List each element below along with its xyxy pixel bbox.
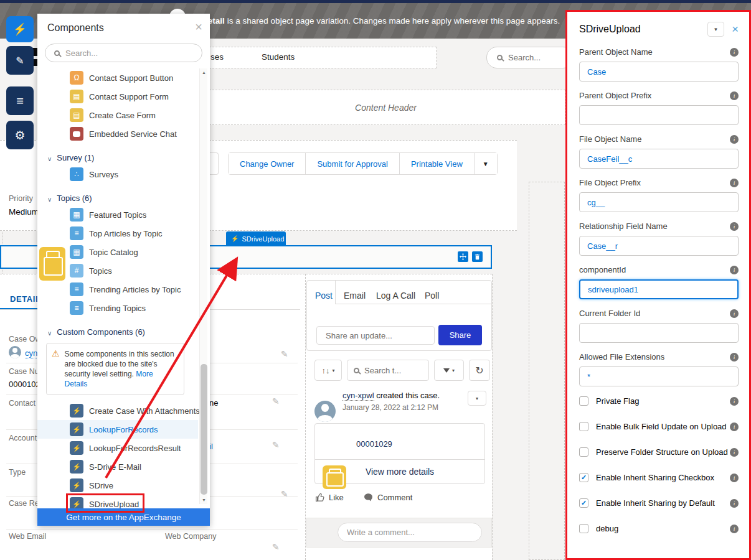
checkbox-inherit-sharing-default[interactable]: ✓	[579, 498, 588, 508]
tab-log-a-call[interactable]: Log A Call	[376, 291, 415, 301]
info-icon[interactable]: i	[730, 222, 739, 231]
lightning-icon: ⚡	[70, 404, 83, 418]
tab-cases-fragment[interactable]: ses	[210, 52, 224, 62]
community-search-box[interactable]: Search...	[486, 47, 574, 68]
theme-rail-button[interactable]: ✎	[6, 46, 34, 75]
panel-dropdown-button[interactable]: ▼	[707, 22, 724, 37]
checkbox-bulk-field-update[interactable]	[579, 422, 588, 431]
info-icon[interactable]: i	[730, 309, 739, 318]
component-item[interactable]: ▤ Create Case Form	[37, 106, 198, 124]
info-icon[interactable]: i	[730, 448, 739, 457]
info-icon[interactable]: i	[730, 91, 739, 100]
scroll-up-icon[interactable]: ▲	[200, 70, 208, 75]
info-icon[interactable]: i	[730, 525, 739, 533]
printable-view-button[interactable]: Printable View	[400, 153, 475, 174]
selected-component-tab[interactable]: ⚡ SDriveUpload	[226, 231, 286, 246]
component-item-highlighted[interactable]: ⚡ LookupForRecords	[37, 420, 198, 439]
close-icon[interactable]: ×	[732, 22, 739, 36]
scrollbar[interactable]: ▲ ▼	[199, 68, 207, 504]
file-object-prefix-input[interactable]	[579, 192, 739, 212]
info-icon[interactable]: i	[730, 397, 739, 406]
feed-author-link[interactable]: cyn-xpwl	[342, 391, 374, 401]
component-item[interactable]: Embedded Service Chat	[37, 124, 198, 143]
feed-refresh-button[interactable]: ↻	[469, 360, 490, 381]
view-more-details-link[interactable]: View more details	[314, 467, 485, 477]
feed-search-input[interactable]: Search t...	[347, 360, 429, 381]
share-update-input[interactable]: Share an update...	[316, 326, 435, 345]
component-item[interactable]: ⚡ LookupForRecordsResult	[37, 439, 198, 457]
feed-filter-button[interactable]: ▾	[434, 360, 464, 381]
chevron-down-icon: ▾	[332, 368, 334, 373]
components-search-input[interactable]: Search...	[45, 44, 202, 62]
info-icon[interactable]: i	[730, 48, 739, 57]
component-item[interactable]: ≡ Trending Articles by Topic	[37, 280, 198, 299]
section-survey[interactable]: ∨ Survey (1)	[37, 143, 198, 165]
move-component-button[interactable]	[458, 251, 468, 262]
info-icon[interactable]: i	[730, 266, 739, 274]
tab-post[interactable]: Post	[315, 291, 333, 301]
relationship-field-name-input[interactable]	[579, 236, 739, 256]
component-item[interactable]: ≡ Trending Topics	[37, 299, 198, 317]
file-object-name-input[interactable]	[579, 149, 739, 169]
components-rail-button[interactable]: ⚡	[6, 16, 34, 42]
headset-icon: Ω	[70, 71, 83, 85]
checkbox-preserve-folder-structure[interactable]	[579, 447, 588, 457]
feed-sort-button[interactable]: ↑↓▾	[314, 360, 342, 381]
change-owner-button[interactable]: Change Owner	[229, 153, 306, 174]
allowed-file-extensions-input[interactable]	[579, 366, 739, 386]
info-icon[interactable]: i	[730, 499, 739, 508]
case-number-link[interactable]: 00001029	[356, 439, 392, 449]
section-topics[interactable]: ∨ Topics (6)	[37, 184, 198, 205]
structure-rail-button[interactable]: ≡	[6, 86, 34, 115]
edit-pencil-icon[interactable]: ✎	[272, 542, 280, 552]
info-icon[interactable]: i	[730, 353, 739, 362]
info-icon[interactable]: i	[730, 135, 739, 144]
edit-pencil-icon[interactable]: ✎	[281, 349, 288, 359]
sort-icon: ↑↓	[321, 366, 329, 375]
write-comment-input[interactable]: Write a comment...	[338, 523, 482, 542]
settings-rail-button[interactable]: ⚙	[6, 121, 34, 149]
tab-poll[interactable]: Poll	[425, 291, 439, 301]
checkbox-inherit-sharing-checkbox[interactable]: ✓	[579, 473, 588, 482]
component-item[interactable]: ⚡ Create Case With Attachments	[37, 401, 198, 420]
tab-students[interactable]: Students	[262, 52, 295, 62]
component-item[interactable]: ⚡ SDrive	[37, 476, 198, 495]
parent-object-name-input[interactable]	[579, 62, 739, 82]
brush-icon: ✎	[16, 55, 24, 67]
parent-object-prefix-input[interactable]	[579, 105, 739, 125]
feed-item-menu-button[interactable]: ▾	[468, 391, 486, 406]
info-icon[interactable]: i	[730, 474, 739, 482]
comment-button[interactable]: Comment	[364, 493, 412, 502]
component-item[interactable]: ▦ Featured Topics	[37, 205, 198, 224]
more-actions-dropdown[interactable]: ▼	[475, 153, 497, 174]
close-icon[interactable]: ×	[195, 20, 202, 34]
field-fragment: ne	[209, 398, 218, 408]
component-item[interactable]: Ω Contact Support Button	[37, 68, 198, 87]
tab-email[interactable]: Email	[344, 291, 366, 301]
component-item[interactable]: ⚡ S-Drive E-Mail	[37, 457, 198, 476]
scrollbar-thumb[interactable]	[201, 364, 207, 495]
component-item[interactable]: ▤ Contact Support Form	[37, 87, 198, 106]
componentid-input[interactable]	[579, 279, 739, 299]
like-button[interactable]: Like	[315, 493, 344, 502]
scroll-down-icon[interactable]: ▼	[200, 498, 208, 502]
component-item[interactable]: ∴ Surveys	[37, 165, 198, 184]
current-folder-id-input[interactable]	[579, 323, 739, 343]
share-button[interactable]: Share	[438, 325, 482, 345]
section-custom-components[interactable]: ∨ Custom Components (6)	[37, 317, 198, 339]
component-item[interactable]: ≡ Top Articles by Topic	[37, 224, 198, 243]
delete-component-button[interactable]	[472, 251, 483, 262]
info-icon[interactable]: i	[730, 179, 739, 187]
feed-action-text: created this case.	[374, 391, 440, 400]
info-icon[interactable]: i	[730, 422, 739, 431]
edit-pencil-icon[interactable]: ✎	[272, 440, 280, 450]
edit-pencil-icon[interactable]: ✎	[281, 489, 288, 499]
checkbox-debug[interactable]	[579, 524, 588, 533]
submit-for-approval-button[interactable]: Submit for Approval	[306, 153, 399, 174]
lightning-icon: ⚡	[231, 235, 239, 242]
edit-pencil-icon[interactable]: ✎	[272, 396, 280, 406]
comment-icon	[364, 493, 373, 502]
feed-right-boundary	[492, 274, 493, 560]
checkbox-private-flag[interactable]	[579, 396, 588, 406]
components-search-placeholder: Search...	[65, 49, 98, 58]
